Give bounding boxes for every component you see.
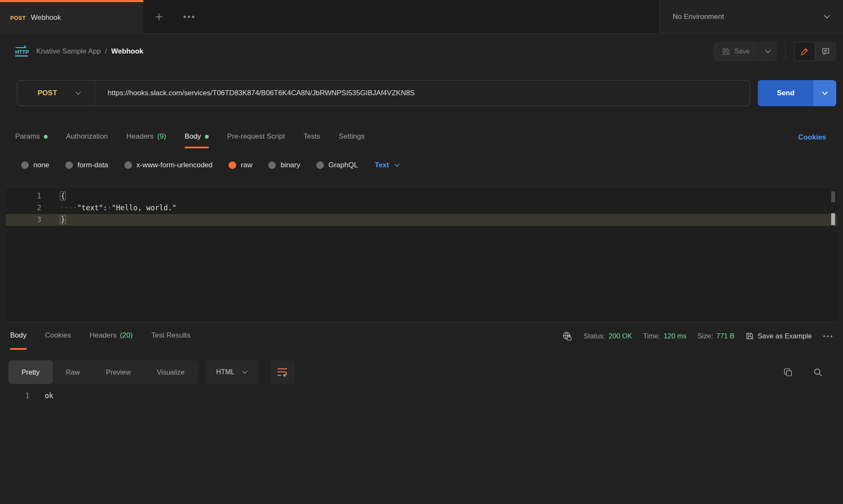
tab-label: Test Results <box>151 331 191 340</box>
header-divider <box>785 43 786 60</box>
tab-options-button[interactable] <box>183 15 195 19</box>
request-tab-pre-request-script[interactable]: Pre-request Script <box>227 126 285 148</box>
response-view-tabs: PrettyRawPreviewVisualize <box>8 360 198 384</box>
code-text: { <box>41 190 66 202</box>
response-tab-cookies[interactable]: Cookies <box>45 322 71 350</box>
new-tab-button[interactable] <box>154 12 164 21</box>
response-options-button[interactable] <box>823 335 833 338</box>
request-tab-tests[interactable]: Tests <box>304 126 321 148</box>
editor-line-1[interactable]: 1{ <box>6 190 837 202</box>
breadcrumb-collection[interactable]: Knative Sample App <box>36 47 101 56</box>
breadcrumb-request-name: Webhook <box>111 47 143 56</box>
floppy-disk-icon <box>722 48 730 56</box>
copy-response-button[interactable] <box>783 367 793 377</box>
editor-lines: 1{2····"text":·"Hello, world."3} <box>6 190 837 226</box>
tab-label: Body <box>10 331 27 340</box>
response-tab-test-results[interactable]: Test Results <box>151 322 191 350</box>
response-size: Size: 771 B <box>698 332 735 340</box>
breadcrumb: Knative Sample App / Webhook <box>36 47 143 56</box>
language-selector[interactable]: Text <box>375 161 400 169</box>
url-bar: POST https://hooks.slack.com/services/T0… <box>17 80 750 106</box>
body-type-raw[interactable]: raw <box>229 161 252 169</box>
search-response-button[interactable] <box>813 367 823 377</box>
request-tabs: ParamsAuthorizationHeaders(9)BodyPre-req… <box>15 126 365 148</box>
wrap-lines-button[interactable] <box>270 360 295 384</box>
comment-icon <box>821 47 830 56</box>
request-tab-settings[interactable]: Settings <box>339 126 364 148</box>
time-value: 120 ms <box>664 332 687 340</box>
request-tab-webhook[interactable]: POST Webhook <box>0 0 143 33</box>
save-as-example-button[interactable]: Save as Example <box>746 332 812 340</box>
tab-title: Webhook <box>31 13 61 22</box>
editor-scrollbar-marker[interactable] <box>831 191 835 202</box>
environment-selector[interactable]: No Environment <box>660 0 843 33</box>
tab-label: Cookies <box>45 331 71 340</box>
view-tab-pretty[interactable]: Pretty <box>8 360 53 384</box>
plus-icon <box>154 12 164 21</box>
chevron-down-icon <box>765 50 771 54</box>
request-tab-body[interactable]: Body <box>185 126 209 148</box>
tab-count: (20) <box>120 331 132 340</box>
body-type-label: GraphQL <box>329 161 358 169</box>
method-selector[interactable]: POST <box>17 80 94 106</box>
body-type-label: form-data <box>78 161 108 169</box>
view-tab-raw[interactable]: Raw <box>53 360 93 384</box>
tab-label: Headers <box>127 132 154 141</box>
request-tab-headers[interactable]: Headers(9) <box>127 126 166 148</box>
response-format-selector[interactable]: HTML <box>205 360 259 384</box>
response-tab-headers[interactable]: Headers(20) <box>89 322 133 350</box>
code-segment: "text": <box>77 204 108 212</box>
ellipsis-icon <box>183 15 195 19</box>
body-type-graphql[interactable]: GraphQL <box>316 161 358 169</box>
body-type-label: binary <box>280 161 300 169</box>
response-line-1: 1ok <box>0 390 843 402</box>
globe-lock-icon[interactable] <box>561 330 573 342</box>
body-type-x-www-form-urlencoded[interactable]: x-www-form-urlencoded <box>124 161 213 169</box>
comments-button[interactable] <box>815 42 836 61</box>
radio-binary <box>268 161 276 169</box>
send-options-button[interactable] <box>813 80 836 106</box>
code-segment: "Hello, world." <box>112 204 177 212</box>
size-label: Size: <box>698 332 713 340</box>
bracket-highlight: { <box>60 191 66 201</box>
chevron-down-icon <box>75 91 81 95</box>
save-options-button[interactable] <box>758 42 777 61</box>
code-text: ····"text":·"Hello, world." <box>41 202 176 214</box>
request-header: HTTP Knative Sample App / Webhook Save <box>0 34 843 69</box>
body-type-label: raw <box>241 161 252 169</box>
whitespace-dots: ···· <box>60 204 77 212</box>
response-body: 1ok <box>0 390 843 402</box>
view-tab-preview[interactable]: Preview <box>93 360 144 384</box>
body-type-options: noneform-datax-www-form-urlencodedrawbin… <box>21 161 358 169</box>
response-tab-body[interactable]: Body <box>10 322 27 350</box>
save-button[interactable]: Save <box>714 42 758 61</box>
request-tab-authorization[interactable]: Authorization <box>66 126 108 148</box>
request-body-editor[interactable]: 1{2····"text":·"Hello, world."3} <box>6 187 837 322</box>
svg-text:HTTP: HTTP <box>15 49 29 55</box>
url-input[interactable]: https://hooks.slack.com/services/T06TD83… <box>95 89 415 97</box>
wrap-text-icon <box>277 367 288 377</box>
tab-label: Pre-request Script <box>227 132 285 141</box>
request-tab-params[interactable]: Params <box>15 126 48 148</box>
code-text: } <box>41 214 66 226</box>
body-type-binary[interactable]: binary <box>268 161 300 169</box>
edit-documentation-button[interactable] <box>794 42 815 61</box>
copy-icon <box>783 367 793 377</box>
radio-graphql <box>316 161 324 169</box>
editor-line-3[interactable]: 3} <box>6 214 837 226</box>
save-as-example-label: Save as Example <box>758 332 812 340</box>
language-label: Text <box>375 161 389 169</box>
line-number: 3 <box>6 214 41 226</box>
method-label: POST <box>38 89 57 97</box>
cookies-link[interactable]: Cookies <box>798 126 826 148</box>
response-tabs: BodyCookiesHeaders(20)Test Results <box>10 322 190 350</box>
view-tab-visualize[interactable]: Visualize <box>144 360 198 384</box>
status-label: Status: <box>584 332 605 340</box>
body-type-none[interactable]: none <box>21 161 49 169</box>
editor-line-2[interactable]: 2····"text":·"Hello, world." <box>6 202 837 214</box>
editor-scrollbar-thumb[interactable] <box>831 213 835 225</box>
http-badge-icon: HTTP <box>13 45 30 58</box>
send-button[interactable]: Send <box>758 80 813 106</box>
tab-label: Body <box>185 132 201 141</box>
body-type-form-data[interactable]: form-data <box>65 161 108 169</box>
